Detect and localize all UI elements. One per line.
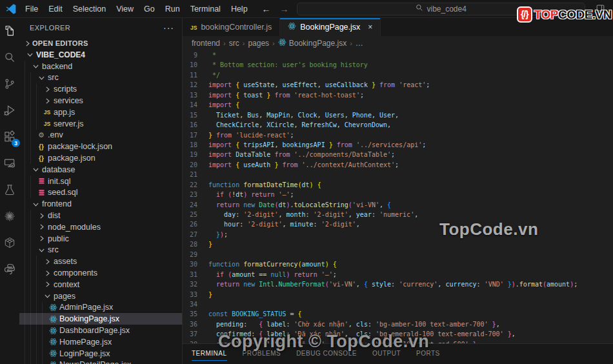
tree-item-app.js[interactable]: JSapp.js (19, 106, 182, 118)
tree-item-src[interactable]: src (19, 245, 182, 256)
tree-item-pages[interactable]: pages (19, 290, 182, 302)
tree-item-frontend[interactable]: frontend (19, 198, 182, 210)
menu-edit[interactable]: Edit (43, 0, 68, 18)
chevron-down-icon (30, 165, 41, 174)
chevron-down-icon (36, 246, 46, 254)
tree-item-homepage.jsx[interactable]: HomePage.jsx (19, 336, 182, 348)
tree-item-database[interactable]: database (19, 164, 182, 176)
code-line: 29 (183, 250, 613, 259)
tree-item-newsdetailpage.jsx[interactable]: NewsDetailPage.jsx (19, 359, 182, 364)
tree-item-dist[interactable]: dist (19, 210, 182, 221)
code-line: 18import { tripsAPI, bookingsAPI } from … (183, 140, 613, 150)
breadcrumb-item[interactable]: frontend (192, 39, 220, 48)
tree-item-label: package.json (48, 154, 95, 163)
tree-item-label: assets (54, 257, 77, 266)
tree-item-vibe_code4[interactable]: VIBE_CODE4 (19, 49, 182, 61)
testing-icon[interactable] (1, 181, 18, 198)
code-line: 9 * (183, 50, 613, 60)
tree-item-package.json[interactable]: {}package.json (19, 152, 182, 164)
code-line: 19import DataTable from '../components/D… (183, 150, 613, 159)
breadcrumb-item[interactable]: BookingPage.jsx (278, 38, 347, 48)
menu-file[interactable]: File (20, 0, 43, 18)
search-icon[interactable] (1, 49, 18, 66)
tree-item-node_modules[interactable]: node_modules (19, 221, 182, 233)
react-file-icon (288, 22, 296, 32)
db-file-icon (36, 189, 46, 196)
menu-help[interactable]: Help (226, 0, 253, 18)
breadcrumb-item[interactable]: pages (248, 39, 269, 48)
chevron-right-icon (42, 280, 52, 288)
open-editors-section[interactable]: OPEN EDITORS (19, 37, 182, 49)
tree-item-loginpage.jsx[interactable]: LoginPage.jsx (19, 348, 182, 359)
source-control-icon[interactable] (1, 76, 18, 92)
react-file-icon (278, 38, 286, 48)
menu-selection[interactable]: Selection (68, 0, 111, 18)
tree-item-assets[interactable]: assets (19, 256, 182, 267)
extensions-badge: 3 (12, 139, 20, 147)
tree-item-package-lock.json[interactable]: {}package-lock.json (19, 141, 182, 152)
close-icon[interactable]: × (368, 23, 372, 32)
breadcrumb-separator: › (272, 39, 275, 47)
tree-item-adminpage.jsx[interactable]: AdminPage.jsx (19, 302, 182, 314)
line-number: 20 (183, 160, 208, 170)
db-file-icon (36, 177, 46, 185)
tree-item-dashboardpage.jsx[interactable]: DashboardPage.jsx (19, 325, 182, 336)
forward-arrow-icon[interactable]: → (280, 4, 289, 14)
line-number: 26 (183, 219, 208, 229)
code-line: 31 if (amount == null) return '—'; (183, 270, 613, 279)
tree-item-backend[interactable]: backend (19, 61, 182, 72)
menu-go[interactable]: Go (139, 0, 160, 18)
breadcrumb-item[interactable]: … (356, 39, 363, 48)
menu-run[interactable]: Run (160, 0, 185, 18)
sidebar-title: EXPLORER (30, 24, 70, 32)
sidebar-header: EXPLORER ··· (19, 18, 182, 37)
line-number: 37 (183, 329, 208, 339)
code-area[interactable]: 9 *10 * Bottom section: user's booking h… (183, 50, 613, 343)
tree-item-label: init.sql (48, 177, 70, 186)
more-actions-icon[interactable]: ··· (163, 23, 174, 33)
code-line: 25 day: '2-digit', month: '2-digit', yea… (183, 210, 613, 219)
line-number: 13 (183, 90, 208, 100)
explorer-icon[interactable] (1, 23, 18, 39)
tree-item-label: AdminPage.jsx (59, 303, 113, 312)
container-tools-icon[interactable] (1, 234, 18, 251)
react-file-icon (48, 327, 58, 335)
tree-item-scripts[interactable]: scripts (19, 83, 182, 95)
breadcrumb-item[interactable]: src (229, 39, 239, 48)
tab-bookingpage.jsx[interactable]: BookingPage.jsx× (280, 18, 381, 36)
tree-item-.env[interactable]: ⚙.env (19, 130, 182, 141)
chevron-right-icon (42, 85, 52, 94)
back-arrow-icon[interactable]: ← (262, 4, 271, 14)
tree-item-bookingpage.jsx[interactable]: BookingPage.jsx (19, 313, 182, 325)
line-number: 34 (183, 299, 208, 309)
tree-item-components[interactable]: components (19, 267, 182, 279)
line-number: 30 (183, 259, 208, 269)
tree-item-src[interactable]: src (19, 72, 182, 84)
run-debug-icon[interactable] (1, 102, 18, 119)
extensions-icon[interactable]: 3 (1, 128, 18, 145)
tab-bookingcontroller.js[interactable]: JSbookingController.js (183, 18, 280, 36)
breadcrumb-separator: › (350, 39, 352, 47)
code-line: 21 (183, 170, 613, 179)
tree-item-public[interactable]: public (19, 233, 182, 245)
tree-item-label: frontend (42, 199, 72, 208)
tree-item-context[interactable]: context (19, 279, 182, 290)
js-file-icon: JS (190, 23, 197, 32)
code-line: 11 */ (183, 70, 613, 80)
title-bar: FileEditSelectionViewGoRunTerminalHelp ←… (0, 0, 613, 18)
tree-item-init.sql[interactable]: init.sql (19, 176, 182, 187)
breadcrumb[interactable]: frontend›src›pages›BookingPage.jsx›… (183, 36, 613, 50)
menu-view[interactable]: View (111, 0, 139, 18)
remote-explorer-icon[interactable] (1, 155, 18, 172)
tree-item-seed.sql[interactable]: seed.sql (19, 187, 182, 199)
tree-item-services[interactable]: services (19, 95, 182, 106)
code-line: 24 return new Date(dt).toLocaleString('v… (183, 200, 613, 210)
python-icon[interactable] (1, 261, 18, 278)
tree-item-server.js[interactable]: JSserver.js (19, 118, 182, 130)
menu-terminal[interactable]: Terminal (185, 0, 226, 18)
ai-assistant-icon[interactable] (1, 208, 18, 225)
tree-item-label: seed.sql (48, 188, 78, 197)
code-line: 10 * Bottom section: user's booking hist… (183, 60, 613, 70)
topcode-badge-icon: {/} (517, 6, 532, 23)
editor-watermark: TopCode.vn (439, 219, 538, 239)
